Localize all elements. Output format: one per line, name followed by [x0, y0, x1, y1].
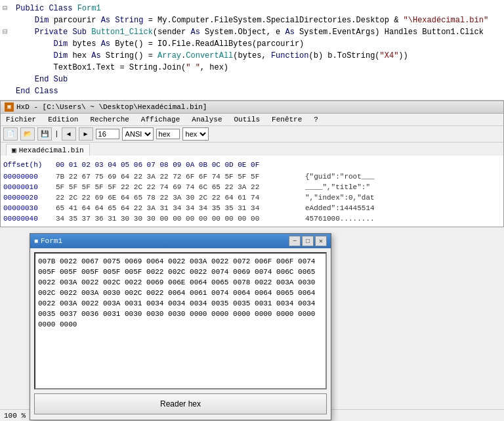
encoding-select[interactable]: ANSI [122, 127, 154, 141]
hex-row-3: 00000030 65 41 64 64 65 64 22 3A 31 34 3… [3, 203, 501, 213]
reader-hex-button[interactable]: Reader hex [34, 393, 327, 414]
code-text-7: End Sub [16, 74, 501, 85]
code-editor: ⊟ Public Class Form1 Dim parcourir As St… [0, 0, 504, 100]
hex-row-0: 00000000 7B 22 67 75 69 64 22 3A 22 72 6… [3, 171, 501, 182]
hex-header: Offset(h) 00 01 02 03 04 05 06 07 08 09 … [3, 158, 501, 171]
gutter-2 [3, 14, 16, 26]
form1-titlebar-left: ■ Form1 [34, 237, 62, 245]
hex-data-2: 22 2C 22 69 6E 64 65 78 22 3A 30 2C 22 6… [56, 192, 305, 203]
code-line-3: ⊟ Private Sub Button1_Click(sender As Sy… [0, 26, 504, 38]
file-icon: ▣ [12, 146, 16, 154]
code-line-2: Dim parcourir As String = My.Computer.Fi… [0, 14, 504, 26]
menu-recherche[interactable]: Recherche [87, 115, 131, 124]
hex-addr-1: 00000010 [3, 182, 56, 192]
hex-data-3: 65 41 64 64 65 64 22 3A 31 34 34 34 35 3… [56, 203, 305, 213]
code-text-6: TextBox1.Text = String.Join(" ", hex) [16, 62, 501, 74]
form1-window-icon: ■ [34, 238, 38, 245]
gutter-5 [3, 50, 16, 62]
code-text-4: Dim bytes As Byte() = IO.File.ReadAllByt… [16, 38, 501, 50]
display-input[interactable] [156, 129, 180, 139]
gutter-7 [3, 74, 16, 85]
code-text-3: Private Sub Button1_Click(sender As Syst… [16, 26, 501, 38]
form1-title: Form1 [41, 237, 62, 245]
maximize-button[interactable]: □ [302, 236, 314, 246]
code-line-5: Dim hex As String() = Array.ConvertAll(b… [0, 50, 504, 62]
code-text-8: End Class [16, 85, 501, 97]
hex-ascii-0: {"guid":"root___ [305, 171, 375, 182]
hex-addr-2: 00000020 [3, 192, 56, 203]
code-line-1: ⊟ Public Class Form1 [0, 3, 504, 14]
toolbar-save-btn[interactable]: 💾 [37, 127, 52, 141]
menu-fenetre[interactable]: Fenêtre [269, 115, 304, 124]
form1-body: 007B 0022 0067 0075 0069 0064 0022 003A … [30, 248, 331, 418]
hxd-file-tab[interactable]: ▣ Hexadécimal.bin [6, 144, 90, 156]
code-line-7: End Sub [0, 74, 504, 85]
hxd-menubar[interactable]: Fichier Edition Recherche Affichage Anal… [1, 114, 503, 126]
gutter-6 [3, 62, 16, 74]
menu-fichier[interactable]: Fichier [3, 115, 39, 124]
code-line-4: Dim bytes As Byte() = IO.File.ReadAllByt… [0, 38, 504, 50]
minimize-button[interactable]: − [289, 236, 301, 246]
hex-data-1: 5F 5F 5F 5F 5F 22 2C 22 74 69 74 6C 65 2… [56, 182, 305, 192]
menu-affichage[interactable]: Affichage [138, 115, 182, 124]
display-select[interactable]: hex [182, 127, 209, 141]
close-button[interactable]: ✕ [315, 236, 327, 246]
hex-header-bytes: 00 01 02 03 04 05 06 07 08 09 0A 0B 0C 0… [56, 160, 305, 170]
code-text-1: Public Class Form1 [16, 3, 501, 14]
hex-addr-0: 00000000 [3, 171, 56, 182]
hxd-app-icon: ▣ [5, 102, 14, 112]
zoom-level: 100 % [4, 412, 26, 420]
hex-ascii-4: 45761000........ [305, 213, 375, 224]
toolbar-left-btn[interactable]: ◀ [62, 127, 76, 141]
hex-addr-4: 00000040 [3, 213, 56, 224]
hxd-titlebar: ▣ HxD - [C:\Users\ ~ \Desktop\Hexadécima… [1, 101, 503, 114]
hxd-toolbar: 📄 📂 💾 | ◀ ▶ ANSI hex [1, 126, 503, 143]
gutter-4 [3, 38, 16, 50]
hex-row-4: 00000040 34 35 37 36 31 30 30 30 00 00 0… [3, 213, 501, 224]
hex-data-0: 7B 22 67 75 69 64 22 3A 22 72 6F 6F 74 5… [56, 171, 305, 182]
offset-input[interactable] [96, 129, 119, 139]
hex-output-textbox[interactable]: 007B 0022 0067 0075 0069 0064 0022 003A … [34, 252, 327, 389]
hxd-tab-label: Hexadécimal.bin [19, 146, 84, 154]
hex-header-offset: Offset(h) [3, 160, 56, 170]
hex-addr-3: 00000030 [3, 203, 56, 213]
hex-data-4: 34 35 37 36 31 30 30 30 00 00 00 00 00 0… [56, 213, 305, 224]
hex-ascii-1: ____","title":" [305, 182, 370, 192]
toolbar-new-btn[interactable]: 📄 [3, 127, 18, 141]
hxd-content: Offset(h) 00 01 02 03 04 05 06 07 08 09 … [1, 156, 503, 227]
menu-edition[interactable]: Edition [45, 115, 81, 124]
hxd-tabs: ▣ Hexadécimal.bin [1, 143, 503, 156]
code-line-8: End Class [0, 85, 504, 97]
code-text-5: Dim hex As String() = Array.ConvertAll(b… [16, 50, 501, 62]
hex-row-1: 00000010 5F 5F 5F 5F 5F 22 2C 22 74 69 7… [3, 182, 501, 192]
code-line-6: TextBox1.Text = String.Join(" ", hex) [0, 62, 504, 74]
form1-dialog: ■ Form1 − □ ✕ 007B 0022 0067 0075 0069 0… [30, 233, 331, 420]
menu-help[interactable]: ? [311, 115, 321, 124]
toolbar-right-btn[interactable]: ▶ [79, 127, 93, 141]
gutter-8 [3, 85, 16, 97]
hex-ascii-2: ","index":0,"dat [305, 192, 375, 203]
gutter-1: ⊟ [3, 3, 16, 14]
hex-row-2: 00000020 22 2C 22 69 6E 64 65 78 22 3A 3… [3, 192, 501, 203]
form1-titlebar: ■ Form1 − □ ✕ [30, 234, 331, 248]
hex-ascii-3: eAdded":14445514 [305, 203, 375, 213]
hxd-window: ▣ HxD - [C:\Users\ ~ \Desktop\Hexadécima… [0, 100, 504, 227]
hxd-title: HxD - [C:\Users\ ~ \Desktop\Hexadécimal.… [16, 103, 207, 111]
gutter-3: ⊟ [3, 26, 16, 38]
toolbar-open-btn[interactable]: 📂 [20, 127, 35, 141]
code-text-2: Dim parcourir As String = My.Computer.Fi… [16, 14, 501, 26]
menu-analyse[interactable]: Analyse [189, 115, 224, 124]
form1-titlebar-btns: − □ ✕ [289, 236, 327, 246]
menu-outils[interactable]: Outils [232, 115, 263, 124]
